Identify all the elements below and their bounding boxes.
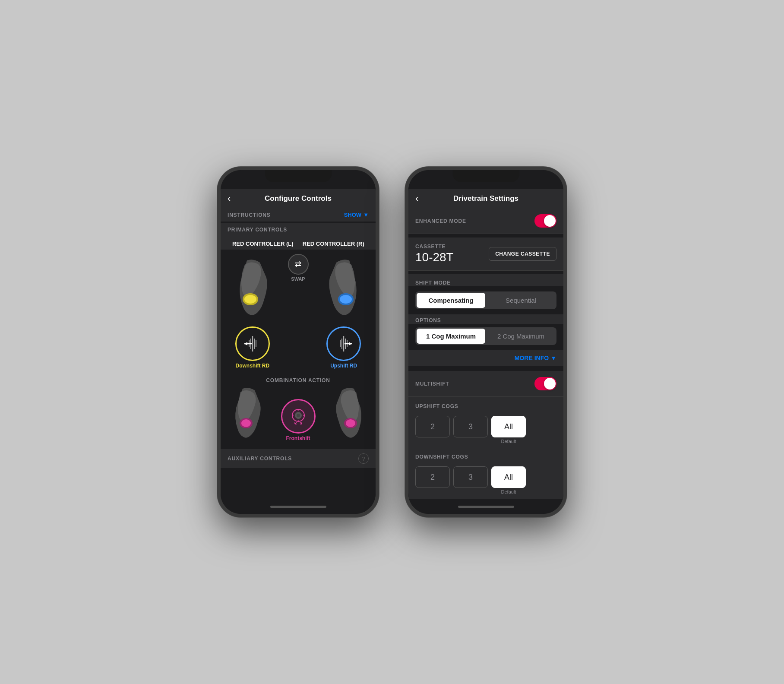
left-phone: ‹ Configure Controls INSTRUCTIONS SHOW ▼… <box>217 167 379 517</box>
upshift-cog-3[interactable]: 3 <box>453 416 488 437</box>
divider2 <box>408 271 563 274</box>
downshift-cogs-header: DOWNSHIFT COGS <box>408 451 563 463</box>
left-lever-svg <box>230 256 286 321</box>
auxiliary-controls-label: AUXILIARY CONTROLS <box>228 456 292 462</box>
combination-label: COMBINATION ACTION <box>266 377 330 383</box>
downshift-cog-row: 2 3 All Default <box>408 463 563 498</box>
spacer1 <box>408 447 563 451</box>
upshift-cogs-header: UPSHIFT COGS <box>408 397 563 412</box>
downshift-circle[interactable] <box>235 326 270 361</box>
upshift-cog-row: 2 3 All Default <box>408 412 563 447</box>
downshift-default-label: Default <box>491 488 526 494</box>
combo-left-svg <box>230 385 277 441</box>
cassette-label: CASSETTE <box>415 244 454 250</box>
divider1 <box>408 234 563 238</box>
compensating-btn[interactable]: Compensating <box>417 293 485 308</box>
enhanced-mode-label: ENHANCED MODE <box>415 218 466 224</box>
left-lever-container <box>228 254 288 323</box>
options-segment: 1 Cog Maximum 2 Cog Maximum <box>415 327 556 345</box>
shift-mode-label: SHIFT MODE <box>415 280 451 286</box>
primary-controls-label: PRIMARY CONTROLS <box>228 227 287 233</box>
enhanced-mode-row: ENHANCED MODE <box>408 208 563 234</box>
right-lever-container <box>309 254 369 323</box>
svg-marker-10 <box>244 342 247 345</box>
one-cog-btn[interactable]: 1 Cog Maximum <box>417 329 485 344</box>
help-button[interactable]: ? <box>358 453 369 464</box>
frontshift-container: Frontshift <box>281 399 316 441</box>
options-section: OPTIONS <box>408 314 563 324</box>
downshift-cog-2[interactable]: 2 <box>415 466 450 488</box>
svg-point-24 <box>346 419 355 427</box>
action-circles-row: Downshift RD <box>228 326 369 369</box>
controller-left-label: RED CONTROLLER (L) <box>228 241 298 247</box>
sequential-btn[interactable]: Sequential <box>487 293 555 308</box>
shift-mode-segment: Compensating Sequential <box>415 291 556 309</box>
show-button[interactable]: SHOW ▼ <box>344 212 369 218</box>
nav-bar-right: ‹ Drivetrain Settings <box>408 189 563 208</box>
back-button-right[interactable]: ‹ <box>415 193 418 204</box>
frontshift-label: Frontshift <box>286 435 310 441</box>
swap-label: SWAP <box>291 276 305 282</box>
change-cassette-button[interactable]: CHANGE CASSETTE <box>489 247 556 261</box>
upshift-cog-all[interactable]: All <box>491 416 526 437</box>
home-indicator-right <box>408 499 563 514</box>
combo-right-svg <box>319 385 367 441</box>
left-screen: ‹ Configure Controls INSTRUCTIONS SHOW ▼… <box>221 170 376 514</box>
upshift-default-label: Default <box>491 437 526 444</box>
svg-point-19 <box>241 419 251 427</box>
two-cog-btn[interactable]: 2 Cog Maximum <box>487 329 555 344</box>
multishift-toggle-thumb <box>544 378 556 390</box>
downshift-label: Downshift RD <box>236 363 270 369</box>
upshift-circle[interactable] <box>326 326 361 361</box>
control-diagram: ⇄ SWAP <box>221 250 376 449</box>
back-button[interactable]: ‹ <box>228 193 231 204</box>
controllers-header: RED CONTROLLER (L) RED CONTROLLER (R) <box>221 236 376 250</box>
right-phone: ‹ Drivetrain Settings ENHANCED MODE CASS… <box>405 167 567 517</box>
right-screen-content: ENHANCED MODE CASSETTE 10-28T CHANGE CAS… <box>408 208 563 499</box>
divider3 <box>408 366 563 371</box>
more-info-button-1[interactable]: MORE INFO ▼ <box>515 355 556 361</box>
downshift-cog-all[interactable]: All <box>491 466 526 488</box>
instructions-header: INSTRUCTIONS SHOW ▼ <box>221 208 376 222</box>
page-title: Configure Controls <box>265 194 332 203</box>
frontshift-circle[interactable] <box>281 399 316 434</box>
upshift-cogs-label: UPSHIFT COGS <box>415 403 458 409</box>
shift-mode-section: SHIFT MODE <box>408 274 563 286</box>
svg-marker-17 <box>349 342 352 345</box>
upshift-label: Upshift RD <box>330 363 357 369</box>
cassette-value: 10-28T <box>415 250 454 264</box>
auxiliary-controls-bar: AUXILIARY CONTROLS ? <box>221 449 376 468</box>
combo-right-lever <box>319 385 367 441</box>
svg-point-3 <box>340 295 352 304</box>
swap-circle: ⇄ <box>288 254 309 275</box>
home-bar <box>270 506 326 508</box>
phone-notch <box>265 170 332 182</box>
right-screen: ‹ Drivetrain Settings ENHANCED MODE CASS… <box>408 170 563 514</box>
phone-notch-right <box>452 170 519 182</box>
frontshift-icon <box>289 407 308 426</box>
screen-content: INSTRUCTIONS SHOW ▼ PRIMARY CONTROLS RED… <box>221 208 376 499</box>
primary-controls-header: PRIMARY CONTROLS <box>221 223 376 236</box>
upshift-cog-2[interactable]: 2 <box>415 416 450 437</box>
instructions-label: INSTRUCTIONS <box>228 212 271 218</box>
multishift-toggle[interactable] <box>534 377 556 390</box>
swap-button[interactable]: ⇄ SWAP <box>288 254 309 323</box>
svg-point-1 <box>244 295 256 304</box>
downshift-cog-3[interactable]: 3 <box>453 466 488 488</box>
svg-point-22 <box>297 414 300 417</box>
combo-row: Frontshift <box>228 385 369 441</box>
downshift-cog-all-container: All Default <box>491 466 526 494</box>
center-space <box>285 326 311 369</box>
downshift-container: Downshift RD <box>235 326 270 369</box>
levers-row: ⇄ SWAP <box>228 254 369 323</box>
page-title-right: Drivetrain Settings <box>453 194 518 203</box>
multishift-row: MULTISHIFT <box>408 371 563 397</box>
downshift-icon <box>242 336 263 352</box>
combo-left-lever <box>230 385 277 441</box>
upshift-container: Upshift RD <box>326 326 361 369</box>
upshift-cog-all-container: All Default <box>491 416 526 444</box>
options-label: OPTIONS <box>415 317 441 323</box>
enhanced-mode-toggle[interactable] <box>534 214 556 228</box>
upshift-icon <box>333 336 354 352</box>
cassette-row: CASSETTE 10-28T CHANGE CASSETTE <box>408 238 563 271</box>
